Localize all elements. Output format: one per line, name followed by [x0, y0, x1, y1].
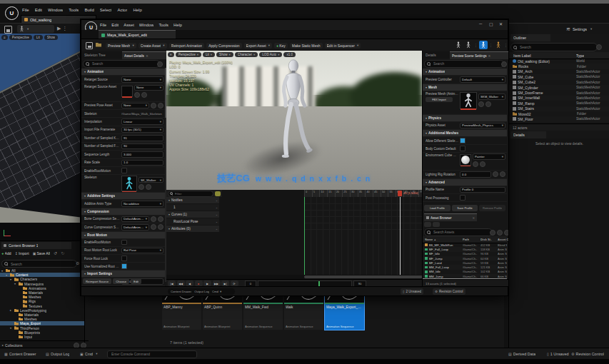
footer-button-1[interactable]: Choose	[113, 278, 129, 284]
icon-button[interactable]	[478, 101, 484, 107]
outliner-row[interactable]: Old_walking (Editor)World	[509, 59, 609, 64]
animation-mode-icon[interactable]	[479, 41, 488, 49]
kebab-icon[interactable]: ⋮	[474, 43, 478, 47]
section-header-root-motion[interactable]: ▾Root Motion	[81, 232, 165, 239]
level-viewport[interactable]: ≡PerspectiveLitShow	[0, 34, 81, 241]
outliner-row[interactable]: SM_CylinderStaticMeshActor	[509, 85, 609, 90]
settings-button[interactable]: ≋Settings▾	[566, 25, 592, 33]
play-controls-icon[interactable]: ▶ ⋮	[57, 26, 67, 31]
step-back-button[interactable]: ◀◀	[177, 280, 185, 286]
menu-item-file[interactable]: File	[22, 8, 29, 12]
playhead-marker[interactable]	[398, 191, 402, 196]
outliner-row[interactable]: SM_RampStaticMeshActor	[509, 101, 609, 106]
checkbox[interactable]	[460, 195, 465, 201]
value-field[interactable]: 3.000	[121, 151, 163, 158]
asset-row-mf_jump[interactable]: MF_Jump/Game/Ch..64 KBAnim Seq..	[423, 256, 507, 261]
viewport-menu-icon[interactable]: ≡	[168, 52, 174, 57]
profile-button-1[interactable]: Save Profile	[452, 205, 478, 211]
menu-item-select[interactable]: Select	[100, 8, 112, 12]
viewport-pill-show[interactable]: Show	[44, 35, 59, 40]
icon-button[interactable]	[158, 216, 163, 222]
filter-chip[interactable]	[424, 222, 431, 227]
asset-row-mf_fall_loop[interactable]: MF_Fall_Loop/Game/Ch..118 KBAnim Seq..	[423, 247, 507, 251]
track-header-notifies[interactable]: ▾Notifies⌄	[166, 197, 219, 204]
section-header-compression[interactable]: ▾Compression	[81, 208, 165, 216]
toolbar-button-create-asset[interactable]: Create Asset▾	[139, 43, 167, 49]
toolbar-button-preview-mesh[interactable]: Preview Mesh▾	[106, 43, 136, 49]
anim-unsaved-button[interactable]: ▯2 Unsaved	[401, 288, 423, 295]
section-header-animation[interactable]: ▾Animation	[423, 69, 507, 76]
anim-menu-edit[interactable]: Edit	[111, 23, 119, 27]
history-forward-icon[interactable]: ↻	[61, 251, 64, 256]
icon-button[interactable]	[146, 184, 151, 190]
checkbox[interactable]	[121, 240, 127, 246]
outliner-search-input[interactable]	[518, 44, 595, 50]
close-icon[interactable]: ✕	[499, 21, 503, 26]
section-header-animation[interactable]: ▾Animation	[81, 69, 165, 76]
icon-button[interactable]	[134, 92, 140, 98]
anim-output-log-button[interactable]: Output Log	[194, 290, 209, 293]
value-field[interactable]: Profile 0	[460, 187, 505, 193]
viewport-pill-x1-0[interactable]: x1.0	[283, 52, 296, 57]
anim-content-drawer-button[interactable]: Content Drawer	[171, 290, 191, 293]
step-forward-button[interactable]: ▶▶	[213, 280, 221, 286]
play-button[interactable]: ▶	[203, 280, 211, 286]
timeline-filter-box[interactable]	[168, 191, 213, 197]
dropdown[interactable]: Default▾	[460, 76, 505, 83]
dropdown[interactable]: DefaultAnimBoneCompr..▾	[121, 216, 149, 223]
selection-mode-dropdown[interactable]: ▾	[17, 25, 54, 33]
asset-dropdown[interactable]: None▾	[134, 85, 163, 91]
asset-details-tab[interactable]: Asset Details✕	[122, 51, 167, 59]
menu-item-edit[interactable]: Edit	[35, 8, 42, 12]
viewport-pill-perspective[interactable]: Perspective▾	[176, 52, 201, 57]
profile-button-2[interactable]: Remove Profile	[479, 205, 505, 211]
pss-search-input[interactable]	[432, 61, 501, 66]
details-tab[interactable]: Details	[423, 51, 453, 59]
browse-to-asset-icon[interactable]	[96, 43, 101, 47]
viewport-pill-lod-auto[interactable]: LOD Auto▾	[259, 52, 282, 57]
outliner-tab[interactable]: Outliner	[510, 34, 550, 41]
footer-button-2[interactable]: Edit	[131, 278, 141, 284]
asset-browser-search-box[interactable]	[424, 228, 493, 236]
skip-to-end-button[interactable]: ▶|	[221, 280, 229, 286]
viewport-pill-perspective[interactable]: Perspective	[9, 35, 32, 40]
record-button[interactable]: ●	[195, 280, 203, 286]
icon-button[interactable]	[157, 61, 163, 67]
toolbar-button-reimport-animation[interactable]: Reimport Animation	[169, 43, 205, 49]
value-field[interactable]: 91	[121, 135, 163, 141]
viewport-pill-lit[interactable]: Lit▾	[203, 52, 215, 57]
menu-item-build[interactable]: Build	[84, 8, 94, 12]
derived-data-button[interactable]: ▤Derived Data	[508, 350, 535, 357]
icon-button[interactable]	[158, 224, 163, 230]
cb-search-input[interactable]	[9, 261, 74, 267]
track-header-attributes-0-[interactable]: ▾Attributes (0)⌄	[166, 226, 219, 233]
asset-row-bs_mf_walkrun[interactable]: BS_MF_WalkRun/Game/Ch..412 KBBlend Sp..	[423, 243, 507, 247]
track-header-1[interactable]: 1⌄	[166, 204, 219, 211]
asset-row-mm_idle[interactable]: MM_Idle/Game/Ch..102 KBAnim Seq..	[423, 270, 507, 274]
timeline-track-area[interactable]	[304, 197, 422, 275]
outliner-row[interactable]: SM_Cube2StaticMeshActor	[509, 80, 609, 85]
anim-menu-tools[interactable]: Tools	[158, 23, 168, 27]
add-button[interactable]: +Add	[1, 251, 11, 256]
dropdown[interactable]: Linear▾	[121, 118, 163, 125]
physics-mode-icon[interactable]	[494, 41, 503, 49]
dropdown[interactable]: None▾	[121, 76, 163, 83]
icon-button[interactable]	[473, 161, 478, 167]
unreal-logo-icon[interactable]: U	[5, 6, 19, 20]
section-header-additive-settings[interactable]: ▾Additive Settings	[81, 193, 165, 200]
icon-button[interactable]	[490, 230, 495, 236]
icon-button[interactable]	[596, 44, 602, 50]
menu-item-actor[interactable]: Actor	[117, 8, 127, 12]
dropdown[interactable]: No additive▾	[121, 201, 163, 207]
checkbox[interactable]	[121, 256, 127, 261]
menu-item-window[interactable]: Window	[48, 8, 63, 12]
track-menu-icon[interactable]: ⌄	[216, 213, 218, 216]
icon-button[interactable]	[158, 103, 163, 108]
track-menu-icon[interactable]: ⌄	[216, 206, 218, 209]
fbx-import-button[interactable]: FBX Import	[426, 97, 453, 102]
icon-button[interactable]	[497, 230, 503, 236]
checkbox[interactable]	[121, 263, 127, 269]
view-options-chip[interactable]	[433, 222, 440, 227]
profile-button-0[interactable]: Load Profile	[424, 205, 451, 211]
column-header-2[interactable]: Disk Si..	[478, 238, 495, 241]
